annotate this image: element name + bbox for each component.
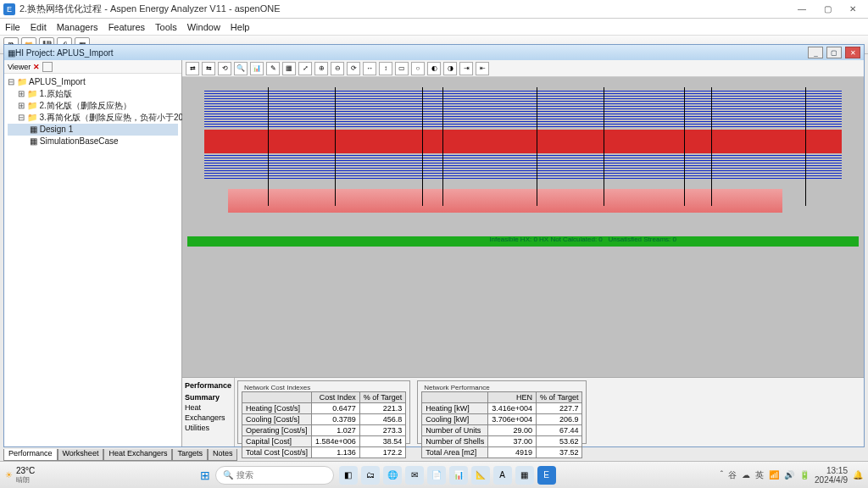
perf-heatex[interactable]: Heat Exchangers — [185, 402, 231, 423]
volume-icon[interactable]: 🔊 — [784, 470, 794, 480]
stream-band-cold1 — [204, 91, 842, 128]
gtool-icon[interactable]: ○ — [411, 62, 425, 75]
app-icon[interactable]: E — [537, 466, 556, 485]
battery-icon[interactable]: 🔋 — [799, 470, 810, 480]
lang2[interactable]: 英 — [755, 469, 764, 481]
child-titlebar: ▦ HI Project: APLUS_Import _ ▢ ✕ — [4, 45, 864, 60]
close-button[interactable]: ✕ — [841, 2, 865, 17]
project-tree[interactable]: ⊟ 📁 APLUS_Import ⊞ 📁 1.原始版 ⊞ 📁 2.简化版（删除反… — [4, 74, 181, 150]
diagram-area[interactable]: Infeasible HX: 0 HX Not Calculated: 0 Un… — [182, 77, 864, 377]
system-tray[interactable]: ˆ 谷 ☁ 英 📶 🔊 🔋 13:15 2024/4/9 🔔 — [721, 466, 863, 485]
menu-help[interactable]: Help — [231, 22, 250, 32]
gtool-icon[interactable]: ⇄ — [186, 62, 199, 75]
clock[interactable]: 13:15 2024/4/9 — [815, 466, 848, 485]
gtool-icon[interactable]: ⇆ — [202, 62, 215, 75]
graph-toolbar: ⇄ ⇆ ⟲ 🔍 📊 ✎ ▦ ⤢ ⊕ ⊖ ⟳ ↔ ↕ ▭ ○ ◐ ◑ — [182, 60, 864, 77]
tab-notes[interactable]: Notes — [208, 449, 238, 461]
menu-file[interactable]: File — [5, 22, 20, 32]
app-icon[interactable]: 📊 — [449, 466, 468, 485]
notification-icon[interactable]: 🔔 — [853, 470, 863, 480]
menu-managers[interactable]: Managers — [57, 22, 98, 32]
search-input[interactable] — [236, 470, 321, 480]
gtool-icon[interactable]: ⟲ — [218, 62, 231, 75]
stream-band-cold2 — [204, 155, 842, 180]
tables-area: Network Cost Indexes Cost Index% of Targ… — [235, 378, 864, 446]
stream-band-hot2 — [228, 189, 782, 213]
app-icon[interactable]: A — [493, 466, 512, 485]
net-perf-group: Network Performance HEN% of Target Heati… — [417, 380, 587, 444]
tab-performance[interactable]: Performance — [3, 449, 58, 461]
perf-utilities[interactable]: Utilities — [185, 423, 231, 433]
table-row: Number of Shells37.0053.62 — [422, 436, 582, 447]
tree-design1[interactable]: ▦ Design 1 — [8, 124, 178, 136]
gtool-icon[interactable]: ⇥ — [459, 62, 473, 75]
tree-node-2[interactable]: ⊞ 📁 2.简化版（删除反应热） — [8, 100, 178, 112]
app-icon[interactable]: ◧ — [339, 466, 358, 485]
gtool-icon[interactable]: ↔ — [363, 62, 376, 75]
app-icon: E — [3, 3, 15, 15]
gtool-icon[interactable]: ⇤ — [476, 62, 489, 75]
child-max-button[interactable]: ▢ — [826, 47, 842, 58]
tree-root[interactable]: ⊟ 📁 APLUS_Import — [8, 76, 178, 88]
app-icon[interactable]: ▦ — [515, 466, 534, 485]
table-row: Operating [Cost/s]1.027273.3 — [242, 425, 406, 436]
viewer-close-icon[interactable]: ✕ — [33, 63, 40, 71]
menu-features[interactable]: Features — [108, 22, 145, 32]
app-icon[interactable]: 📄 — [427, 466, 446, 485]
viewer-label: Viewer — [8, 63, 31, 71]
menu-edit[interactable]: Edit — [31, 22, 47, 32]
child-min-button[interactable]: _ — [808, 47, 823, 58]
date: 2024/4/9 — [815, 475, 848, 485]
lang1[interactable]: 谷 — [728, 469, 737, 481]
gtool-icon[interactable]: ⊕ — [314, 62, 328, 75]
tab-worksheet[interactable]: Worksheet — [58, 449, 104, 461]
app-icon[interactable]: ✉ — [405, 466, 424, 485]
child-close-button[interactable]: ✕ — [845, 47, 860, 58]
tree-simbase[interactable]: ▦ SimulationBaseCase — [8, 136, 178, 147]
viewer-doc-icon[interactable] — [42, 62, 53, 72]
tab-targets[interactable]: Targets — [172, 449, 208, 461]
table-row: Total Cost [Cost/s]1.136172.2 — [242, 447, 406, 458]
taskbar-search[interactable]: 🔍 — [215, 466, 334, 485]
weather-desc: 晴朗 — [16, 475, 35, 485]
gtool-icon[interactable]: ◐ — [427, 62, 441, 75]
cloud-icon[interactable]: ☁ — [742, 470, 750, 480]
gtool-icon[interactable]: ▦ — [282, 62, 296, 75]
time: 13:15 — [815, 466, 848, 475]
main-panel: ⇄ ⇆ ⟲ 🔍 📊 ✎ ▦ ⤢ ⊕ ⊖ ⟳ ↔ ↕ ▭ ○ ◐ ◑ — [182, 60, 864, 446]
net-legend: Network Performance — [421, 384, 492, 391]
gtool-icon[interactable]: ⊖ — [331, 62, 344, 75]
taskbar-apps: ◧ 🗂 🌐 ✉ 📄 📊 📐 A ▦ E — [339, 466, 556, 485]
app-icon[interactable]: 🗂 — [361, 466, 380, 485]
tree-node-1[interactable]: ⊞ 📁 1.原始版 — [8, 88, 178, 100]
app-icon[interactable]: 📐 — [471, 466, 490, 485]
table-row: Cooling [Cost/s]0.3789456.8 — [242, 414, 406, 425]
gtool-icon[interactable]: ◑ — [443, 62, 457, 75]
tab-heatex[interactable]: Heat Exchangers — [103, 449, 172, 461]
gtool-icon[interactable]: ↕ — [379, 62, 392, 75]
wifi-icon[interactable]: 📶 — [769, 470, 779, 480]
menu-tools[interactable]: Tools — [155, 22, 177, 32]
gtool-icon[interactable]: 📊 — [250, 62, 264, 75]
stream-band-hot1 — [204, 130, 842, 153]
weather-widget[interactable]: ☀ 23°C 晴朗 — [5, 466, 35, 485]
app-icon[interactable]: 🌐 — [383, 466, 402, 485]
bottom-tabs: Performance Worksheet Heat Exchangers Ta… — [3, 449, 237, 461]
table-row: Cooling [kW]3.706e+004206.9 — [422, 414, 582, 425]
perf-summary[interactable]: Summary — [185, 392, 231, 402]
gtool-icon[interactable]: 🔍 — [234, 62, 248, 75]
gtool-icon[interactable]: ✎ — [266, 62, 280, 75]
maximize-button[interactable]: ▢ — [815, 2, 839, 17]
temperature: 23°C — [16, 466, 35, 475]
tree-node-3[interactable]: ⊟ 📁 3.再简化版（删除反应热，负荷小于200kw合股） — [8, 112, 178, 124]
menu-window[interactable]: Window — [187, 22, 220, 32]
status-text: Infeasible HX: 0 HX Not Calculated: 0 Un… — [489, 236, 676, 243]
start-button[interactable]: ⊞ — [200, 469, 210, 482]
minimize-button[interactable]: — — [790, 2, 814, 17]
hen-diagram[interactable] — [187, 82, 859, 233]
chevron-up-icon[interactable]: ˆ — [721, 470, 723, 480]
gtool-icon[interactable]: ⟳ — [347, 62, 360, 75]
gtool-icon[interactable]: ⤢ — [298, 62, 312, 75]
table-row: Heating [Cost/s]0.6477221.3 — [242, 403, 406, 414]
gtool-icon[interactable]: ▭ — [395, 62, 409, 75]
